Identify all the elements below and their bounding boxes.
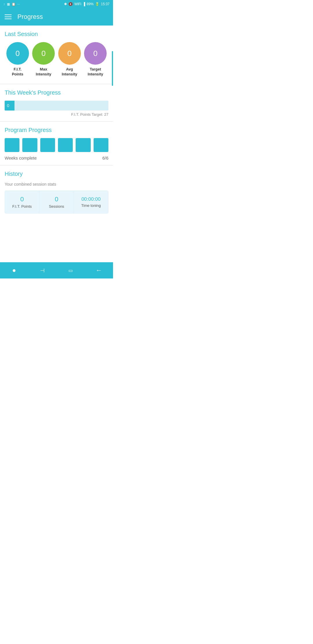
fit-points-label: F.I.T.Points (12, 67, 23, 77)
program-block-2 (22, 138, 37, 152)
status-bar: ↑ ▦ 📋 ··· ✱ 🔇 WiFi ▐ 89% 🔋 15:37 (0, 0, 113, 8)
scrollbar[interactable] (112, 51, 113, 86)
wifi-icon: WiFi (74, 2, 81, 6)
calendar-icon: ▦ (7, 2, 10, 6)
progress-bar-track: 0 (5, 101, 108, 111)
history-time-value: 00:00:00 (81, 196, 101, 202)
program-block-3 (40, 138, 55, 152)
weeks-complete-label: Weeks complete (5, 155, 37, 160)
recents-button[interactable]: ⊢ (35, 263, 49, 277)
clipboard-icon: 📋 (12, 2, 16, 6)
progress-current-value: 0 (7, 103, 9, 108)
history-fit-points-stat: 0 F.I.T. Points (5, 191, 39, 213)
weeks-complete-value: 6/6 (102, 155, 108, 160)
history-stats-row: 0 F.I.T. Points 0 Sessions 00:00:00 Time… (5, 191, 108, 214)
more-icon: ··· (17, 2, 20, 6)
fit-points-item: 0 F.I.T.Points (6, 42, 29, 77)
hamburger-line-2 (5, 17, 12, 17)
max-intensity-value: 0 (41, 49, 46, 58)
program-progress-section: Program Progress Weeks complete 6/6 (0, 122, 113, 165)
last-session-section: Last Session 0 F.I.T.Points 0 MaxIntensi… (0, 26, 113, 84)
progress-target-text: F.I.T. Points Target: 27 (5, 112, 108, 117)
mute-icon: 🔇 (68, 2, 73, 6)
history-section: History Your combined session stats 0 F.… (0, 165, 113, 218)
week-progress-section: This Week's Progress 0 F.I.T. Points Tar… (0, 84, 113, 122)
avg-intensity-label: AvgIntensity (62, 67, 77, 77)
hamburger-menu-button[interactable] (5, 15, 12, 19)
history-sessions-stat: 0 Sessions (39, 191, 74, 213)
circles-row: 0 F.I.T.Points 0 MaxIntensity 0 AvgInten… (5, 42, 108, 77)
weeks-complete-row: Weeks complete 6/6 (5, 155, 108, 160)
target-intensity-circle: 0 (84, 42, 107, 65)
program-blocks-row (5, 138, 108, 152)
page-title: Progress (17, 13, 43, 21)
signal-icon: ▐ (83, 2, 85, 6)
history-subtitle: Your combined session stats (5, 182, 108, 187)
week-progress-title: This Week's Progress (5, 89, 108, 96)
history-fit-points-value: 0 (20, 196, 24, 203)
back-button[interactable]: ← (92, 263, 106, 277)
program-block-4 (58, 138, 73, 152)
overview-button[interactable]: ▭ (64, 263, 78, 277)
last-session-title: Last Session (5, 31, 108, 37)
hamburger-line-3 (5, 19, 12, 19)
max-intensity-label: MaxIntensity (36, 67, 51, 77)
target-intensity-label: TargetIntensity (88, 67, 103, 77)
bottom-nav: ● ⊢ ▭ ← (0, 262, 113, 278)
home-button[interactable]: ● (7, 263, 21, 277)
status-right-icons: ✱ 🔇 WiFi ▐ 89% 🔋 15:37 (64, 2, 110, 6)
program-progress-title: Program Progress (5, 127, 108, 133)
status-left-icons: ↑ ▦ 📋 ··· (3, 2, 20, 6)
avg-intensity-circle: 0 (58, 42, 81, 65)
battery-percent: 89% (87, 2, 94, 6)
target-intensity-value: 0 (93, 49, 97, 58)
history-sessions-value: 0 (55, 196, 58, 203)
top-header: Progress (0, 8, 113, 26)
upload-icon: ↑ (3, 2, 5, 6)
target-intensity-item: 0 TargetIntensity (84, 42, 107, 77)
progress-bar-container: 0 F.I.T. Points Target: 27 (5, 101, 108, 117)
max-intensity-item: 0 MaxIntensity (32, 42, 55, 77)
program-block-1 (5, 138, 19, 152)
program-block-5 (76, 138, 90, 152)
hamburger-line-1 (5, 15, 12, 15)
history-title: History (5, 171, 108, 177)
history-time-stat: 00:00:00 Time toning (74, 191, 108, 213)
fit-points-value: 0 (16, 49, 20, 58)
progress-bar-fill: 0 (5, 101, 14, 111)
history-sessions-label: Sessions (49, 204, 64, 209)
history-time-label: Time toning (81, 203, 101, 208)
fit-points-circle: 0 (6, 42, 29, 65)
battery-icon: 🔋 (95, 2, 99, 6)
bluetooth-icon: ✱ (64, 2, 67, 6)
program-block-6 (94, 138, 108, 152)
avg-intensity-item: 0 AvgIntensity (58, 42, 81, 77)
history-fit-points-label: F.I.T. Points (12, 204, 32, 209)
max-intensity-circle: 0 (32, 42, 55, 65)
avg-intensity-value: 0 (68, 49, 72, 58)
clock: 15:37 (101, 2, 110, 6)
